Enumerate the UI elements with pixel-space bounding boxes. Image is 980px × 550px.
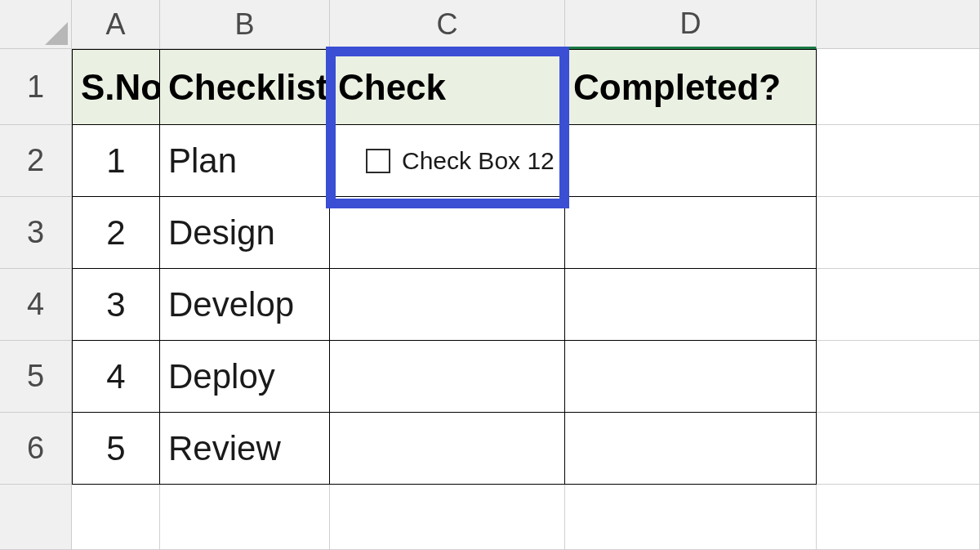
- col-header-D[interactable]: D: [565, 0, 817, 49]
- cell-D3[interactable]: [565, 197, 817, 269]
- cell-C2[interactable]: Check Box 12: [330, 125, 565, 197]
- cell-A4[interactable]: 3: [72, 269, 160, 341]
- cell-D2[interactable]: [565, 125, 817, 197]
- cell-D7[interactable]: [565, 485, 817, 550]
- col-header-B[interactable]: B: [160, 0, 330, 49]
- cell-A6[interactable]: 5: [72, 413, 160, 485]
- cell-A5[interactable]: 4: [72, 341, 160, 413]
- col-header-A[interactable]: A: [72, 0, 160, 49]
- cell-A3[interactable]: 2: [72, 197, 160, 269]
- cell-C5[interactable]: [330, 341, 565, 413]
- cell-E7[interactable]: [817, 485, 980, 550]
- cell-B5[interactable]: Deploy: [160, 341, 330, 413]
- cell-E5[interactable]: [817, 341, 980, 413]
- cell-C4[interactable]: [330, 269, 565, 341]
- cell-D4[interactable]: [565, 269, 817, 341]
- cell-B3[interactable]: Design: [160, 197, 330, 269]
- cell-A2[interactable]: 1: [72, 125, 160, 197]
- cell-A1[interactable]: S.No: [72, 49, 160, 125]
- cell-E2[interactable]: [817, 125, 980, 197]
- spreadsheet-grid: A B C D 1 S.No Checklist Check Completed…: [0, 0, 980, 550]
- cell-E6[interactable]: [817, 413, 980, 485]
- select-all-corner[interactable]: [0, 0, 72, 49]
- row-header-7[interactable]: [0, 485, 72, 550]
- svg-marker-0: [45, 22, 68, 45]
- cell-D1[interactable]: Completed?: [565, 49, 817, 125]
- cell-E4[interactable]: [817, 269, 980, 341]
- row-header-4[interactable]: 4: [0, 269, 72, 341]
- checkbox-label: Check Box 12: [402, 147, 555, 175]
- col-header-C[interactable]: C: [330, 0, 565, 49]
- checkbox-icon[interactable]: [366, 149, 390, 173]
- cell-C6[interactable]: [330, 413, 565, 485]
- cell-C3[interactable]: [330, 197, 565, 269]
- cell-B2[interactable]: Plan: [160, 125, 330, 197]
- cell-A7[interactable]: [72, 485, 160, 550]
- cell-B6[interactable]: Review: [160, 413, 330, 485]
- col-header-blank[interactable]: [817, 0, 980, 49]
- row-header-6[interactable]: 6: [0, 413, 72, 485]
- cell-B7[interactable]: [160, 485, 330, 550]
- row-header-1[interactable]: 1: [0, 49, 72, 125]
- cell-D5[interactable]: [565, 341, 817, 413]
- row-header-2[interactable]: 2: [0, 125, 72, 197]
- cell-C1[interactable]: Check: [330, 49, 565, 125]
- cell-B1[interactable]: Checklist: [160, 49, 330, 125]
- cell-E1[interactable]: [817, 49, 980, 125]
- cell-E3[interactable]: [817, 197, 980, 269]
- row-header-3[interactable]: 3: [0, 197, 72, 269]
- row-header-5[interactable]: 5: [0, 341, 72, 413]
- cell-C7[interactable]: [330, 485, 565, 550]
- cell-D6[interactable]: [565, 413, 817, 485]
- cell-B4[interactable]: Develop: [160, 269, 330, 341]
- checkbox-control[interactable]: Check Box 12: [366, 147, 555, 175]
